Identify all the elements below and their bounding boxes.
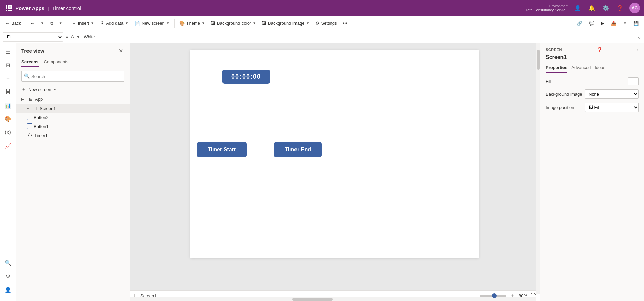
fx-icon: fx (71, 34, 74, 39)
canvas-timer-end-button[interactable]: Timer End (274, 142, 322, 157)
fill-color-box[interactable] (628, 77, 639, 85)
settings-toolbar-label: Settings (321, 21, 337, 26)
new-screen-tree-caret: ▼ (53, 88, 57, 91)
tree-search-input[interactable] (21, 71, 124, 82)
sidebar-settings-bottom-button[interactable]: ⚙ (2, 270, 14, 282)
top-bar: Power Apps | Timer control Environment T… (0, 0, 644, 16)
bg-image-label: Background image (268, 21, 304, 26)
add-data-icon: 🗄 (100, 21, 104, 26)
save-button[interactable]: 💾 (631, 18, 641, 29)
background-image-button[interactable]: 🖼 Background image ▼ (259, 18, 312, 29)
bg-color-label: Background color (217, 21, 251, 26)
divider-1 (26, 19, 26, 28)
settings-toolbar-button[interactable]: ⚙ Settings (313, 18, 339, 29)
right-panel-screen-name: Screen1 (540, 54, 644, 63)
background-color-button[interactable]: 🖼 Background color ▼ (208, 18, 259, 29)
tree-item-timer1-label: Timer1 (34, 133, 124, 138)
new-screen-caret: ▼ (166, 21, 170, 25)
sidebar-toggle-button[interactable]: ☰ (2, 46, 14, 58)
tab-advanced[interactable]: Advanced (571, 63, 591, 73)
bg-color-caret: ▼ (253, 21, 256, 25)
undo-dropdown[interactable]: ▼ (38, 18, 47, 29)
screen-canvas: 00:00:00 Timer Start Timer End (190, 50, 479, 258)
new-screen-button[interactable]: 📄 New screen ▼ (132, 18, 172, 29)
insert-caret: ▼ (91, 21, 94, 25)
insert-label: Insert (78, 21, 89, 26)
theme-button[interactable]: 🎨 Theme ▼ (177, 18, 208, 29)
sidebar-theme2-button[interactable]: 🎨 (2, 113, 14, 125)
settings-icon[interactable]: ⚙️ (601, 3, 610, 13)
tree-item-screen1[interactable]: ▼ ☐ Screen1 ••• (16, 104, 130, 113)
notification-icon[interactable]: 🔔 (587, 3, 596, 13)
formula-expand-icon[interactable]: ⌄ (637, 34, 641, 40)
avatar[interactable]: AG (629, 3, 640, 13)
play-button[interactable]: ▶ (598, 18, 607, 29)
comment-icon[interactable]: 💬 (586, 18, 597, 29)
formula-bar: Fill = fx ▼ White ⌄ (0, 31, 644, 43)
publish-button[interactable]: 📤 (608, 18, 619, 29)
tree-caret-screen1: ▼ (26, 107, 31, 110)
button1-icon (27, 123, 32, 129)
sidebar-home-button[interactable]: ⊞ (2, 59, 14, 71)
theme-caret: ▼ (202, 21, 205, 25)
new-screen-label: New screen (142, 21, 165, 26)
canvas-scroll-horizontal[interactable] (130, 297, 536, 301)
copy-button[interactable]: ⧉ (47, 18, 56, 29)
copy-dropdown[interactable]: ▼ (56, 18, 65, 29)
screen-icon: ☐ (32, 105, 38, 111)
sidebar-user-button[interactable]: 👤 (2, 284, 14, 296)
more-options-button[interactable]: ••• (340, 18, 350, 29)
add-data-button[interactable]: 🗄 Add data ▼ (97, 18, 131, 29)
zoom-slider[interactable] (480, 295, 506, 297)
image-position-select[interactable]: 🖼 Fit (585, 103, 639, 112)
tab-components[interactable]: Components (44, 57, 69, 67)
sidebar-monitor-button[interactable]: 📈 (2, 140, 14, 152)
canvas-timer-start-button[interactable]: Timer Start (197, 142, 247, 157)
insert-button[interactable]: ＋ Insert ▼ (69, 18, 97, 29)
app-name: Power Apps (15, 5, 44, 11)
tree-item-timer1[interactable]: ⏱ Timer1 (16, 131, 130, 140)
sidebar-chart-button[interactable]: 📊 (2, 99, 14, 111)
tab-ideas[interactable]: Ideas (595, 63, 605, 73)
tree-title: Tree view (21, 48, 44, 54)
zoom-slider-thumb[interactable] (492, 293, 497, 298)
tree-item-app-label: App (35, 97, 124, 102)
main-layout: ☰ ⊞ ＋ 🗄 📊 🎨 (x) 📈 🔍 ⚙ 👤 Tree view ✕ Scre… (0, 43, 644, 301)
divider-2 (67, 19, 67, 28)
tree-item-app[interactable]: ▶ ⊞ App (16, 94, 130, 104)
waffle-icon[interactable] (4, 3, 13, 13)
tree-header: Tree view ✕ (16, 43, 130, 57)
profile-icon[interactable]: 👤 (573, 3, 582, 13)
canvas-scroll-thumb-h[interactable] (292, 298, 333, 301)
formula-input[interactable]: White (82, 34, 636, 39)
help-icon[interactable]: ❓ (615, 3, 625, 13)
preview-button[interactable]: 🔗 (574, 18, 585, 29)
sidebar-data-button[interactable]: 🗄 (2, 86, 14, 98)
add-data-caret: ▼ (125, 21, 128, 25)
property-select[interactable]: Fill (3, 32, 63, 42)
sidebar-search-bottom-button[interactable]: 🔍 (2, 257, 14, 269)
canvas-scroll-vertical[interactable] (536, 43, 540, 294)
tree-item-button2-label: Button2 (34, 115, 124, 120)
new-screen-tree-button[interactable]: ＋ New screen ▼ (16, 84, 130, 94)
screen-help-icon[interactable]: ❓ (597, 47, 602, 52)
tree-item-button2[interactable]: Button2 (16, 113, 130, 122)
back-button[interactable]: ← Back (3, 18, 24, 29)
canvas-scroll-thumb-v[interactable] (537, 50, 540, 70)
sidebar-variable-button[interactable]: (x) (2, 126, 14, 138)
image-position-row: Image position 🖼 Fit (546, 103, 639, 112)
sidebar-insert-button[interactable]: ＋ (2, 72, 14, 85)
panel-collapse-button[interactable]: › (637, 47, 639, 52)
tree-close-button[interactable]: ✕ (117, 47, 124, 55)
bg-image-select[interactable]: None (585, 89, 639, 99)
right-panel: SCREEN ❓ › Screen1 Properties Advanced I… (540, 43, 644, 301)
tree-item-button1-label: Button1 (34, 124, 124, 129)
screen-section-label: SCREEN (546, 48, 562, 52)
undo-button[interactable]: ↩ (28, 18, 37, 29)
tree-item-button1[interactable]: Button1 (16, 122, 130, 131)
publish-dropdown[interactable]: ▼ (621, 18, 629, 29)
canvas-timer-display: 00:00:00 (222, 70, 270, 84)
tab-screens[interactable]: Screens (21, 57, 39, 67)
env-label: Environment (549, 4, 568, 8)
tab-properties[interactable]: Properties (546, 63, 567, 73)
